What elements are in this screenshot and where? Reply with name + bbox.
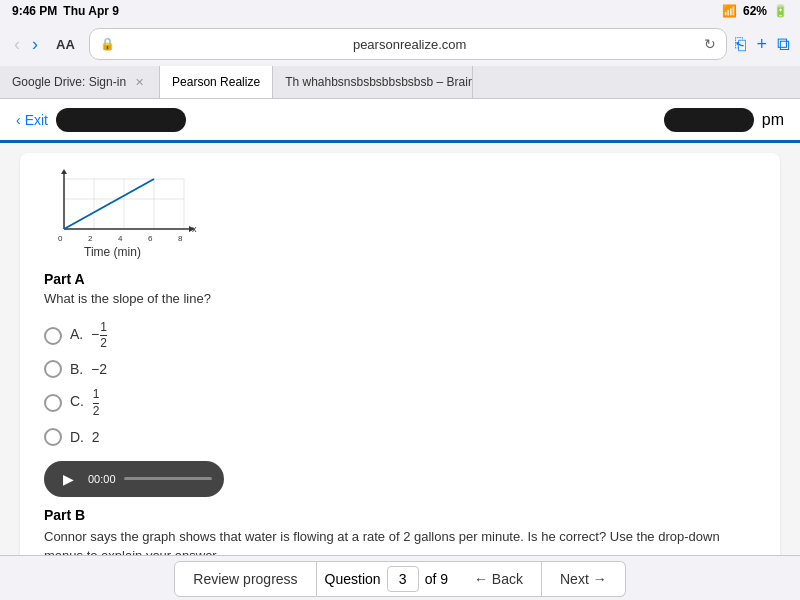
part-b-text: Connor says the graph shows that water i…	[44, 527, 756, 555]
status-time: 9:46 PM	[12, 4, 57, 18]
reload-button[interactable]: ↻	[704, 36, 716, 52]
of-label: of 9	[425, 571, 448, 587]
share-button[interactable]: ⎗	[735, 34, 746, 55]
option-b[interactable]: B. −2	[44, 355, 756, 383]
reader-mode-button[interactable]: AA	[50, 35, 81, 54]
radio-c[interactable]	[44, 394, 62, 412]
question-container: 0 2 4 6 8 x Time (min) Part A What is th…	[20, 153, 780, 555]
part-b-section: Part B Connor says the graph shows that …	[44, 507, 756, 555]
tab-brainly[interactable]: Th whahbsnsbsbsbbsbsbsb – Brainly.com	[273, 66, 473, 98]
nav-buttons: ‹ ›	[10, 32, 42, 57]
radio-a[interactable]	[44, 327, 62, 345]
part-a-label: Part A	[44, 271, 756, 287]
app-header: ‹ Exit pm	[0, 99, 800, 143]
svg-text:8: 8	[178, 234, 183, 243]
option-c-label: C. 12	[70, 388, 100, 417]
header-right: pm	[664, 108, 784, 132]
battery-icon: 🔋	[773, 4, 788, 18]
main-content: 0 2 4 6 8 x Time (min) Part A What is th…	[0, 143, 800, 555]
part-b-label: Part B	[44, 507, 756, 523]
option-a[interactable]: A. −12	[44, 316, 756, 355]
tab-label: Google Drive: Sign-in	[12, 75, 126, 89]
tab-label: Th whahbsnsbsbsbbsbsbsb – Brainly.com	[285, 75, 473, 89]
fraction-half: 12	[93, 388, 100, 417]
options-list: A. −12 B. −2 C. 12 D. 2	[44, 316, 756, 451]
tab-label: Pearson Realize	[172, 75, 260, 89]
part-a-section: Part A What is the slope of the line? A.…	[44, 271, 756, 451]
status-bar: 9:46 PM Thu Apr 9 📶 62% 🔋	[0, 0, 800, 22]
time-display: 00:00	[88, 473, 116, 485]
tab-close-icon[interactable]: ✕	[132, 75, 147, 90]
svg-text:4: 4	[118, 234, 123, 243]
svg-marker-11	[61, 169, 67, 174]
question-label: Question	[325, 571, 381, 587]
student-name-redacted	[56, 108, 186, 132]
svg-text:0: 0	[58, 234, 63, 243]
wifi-icon: 📶	[722, 4, 737, 18]
exit-label: Exit	[25, 112, 48, 128]
option-c[interactable]: C. 12	[44, 383, 756, 422]
tab-pearson-realize[interactable]: Pearson Realize	[160, 66, 273, 98]
back-nav-button[interactable]: ‹	[10, 32, 24, 57]
play-button[interactable]: ▶	[56, 467, 80, 491]
chevron-left-icon: ‹	[16, 112, 21, 128]
option-b-label: B. −2	[70, 361, 107, 377]
x-axis-label: Time (min)	[84, 245, 756, 259]
svg-text:x: x	[192, 224, 197, 234]
graph-svg: 0 2 4 6 8 x	[44, 169, 244, 249]
time-pm-label: pm	[762, 111, 784, 129]
toolbar-actions: ⎗ + ⧉	[735, 34, 790, 55]
tab-google-drive[interactable]: Google Drive: Sign-in ✕	[0, 66, 160, 98]
svg-line-12	[64, 179, 154, 229]
fraction-half-neg: 12	[100, 321, 107, 350]
radio-b[interactable]	[44, 360, 62, 378]
timer-redacted	[664, 108, 754, 132]
lock-icon: 🔒	[100, 37, 115, 51]
browser-chrome: ‹ › AA 🔒 pearsonrealize.com ↻ ⎗ + ⧉ Goog…	[0, 22, 800, 99]
battery-level: 62%	[743, 4, 767, 18]
svg-text:2: 2	[88, 234, 93, 243]
next-button[interactable]: Next →	[542, 561, 626, 597]
exit-button[interactable]: ‹ Exit	[16, 112, 48, 128]
new-tab-button[interactable]: +	[756, 34, 767, 55]
url-display: pearsonrealize.com	[121, 37, 699, 52]
review-progress-button[interactable]: Review progress	[174, 561, 316, 597]
svg-text:6: 6	[148, 234, 153, 243]
back-button[interactable]: ← Back	[456, 561, 542, 597]
option-d-label: D. 2	[70, 429, 100, 445]
question-display: Question of 9	[317, 561, 456, 597]
forward-nav-button[interactable]: ›	[28, 32, 42, 57]
option-d[interactable]: D. 2	[44, 423, 756, 451]
graph-area: 0 2 4 6 8 x Time (min)	[44, 169, 756, 259]
progress-bar[interactable]	[124, 477, 212, 480]
radio-d[interactable]	[44, 428, 62, 446]
audio-player: ▶ 00:00	[44, 461, 224, 497]
address-bar: 🔒 pearsonrealize.com ↻	[89, 28, 728, 60]
footer: Review progress Question of 9 ← Back Nex…	[0, 555, 800, 600]
browser-toolbar: ‹ › AA 🔒 pearsonrealize.com ↻ ⎗ + ⧉	[0, 22, 800, 66]
option-a-label: A. −12	[70, 321, 108, 350]
tabs-bar: Google Drive: Sign-in ✕ Pearson Realize …	[0, 66, 800, 98]
tabs-overview-button[interactable]: ⧉	[777, 34, 790, 55]
question-number-input[interactable]	[387, 566, 419, 592]
part-a-question: What is the slope of the line?	[44, 291, 756, 306]
status-day: Thu Apr 9	[63, 4, 119, 18]
